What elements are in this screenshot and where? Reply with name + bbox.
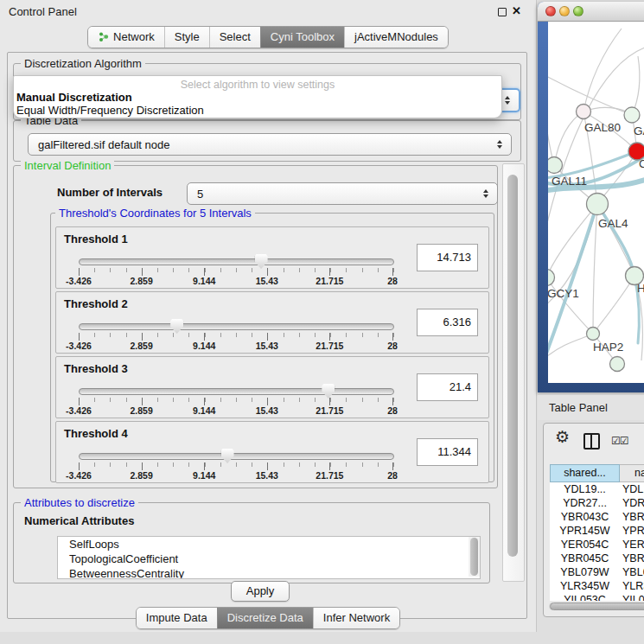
network-node[interactable] (587, 328, 600, 341)
node-label: GAL4 (598, 217, 628, 230)
gear-icon[interactable]: ⚙ (555, 429, 570, 445)
network-node[interactable] (577, 105, 591, 119)
attributes-list-scrollbar[interactable] (469, 537, 480, 577)
tick-label: 2.859 (130, 276, 152, 286)
slider-thumb[interactable] (221, 449, 234, 463)
table-row[interactable]: YDL19...YDL1 (550, 482, 644, 496)
table-row[interactable]: YBR043CYBR0 (550, 510, 644, 524)
zoom-traffic-light[interactable] (573, 6, 583, 16)
num-intervals-label: Number of Intervals (57, 186, 163, 199)
threshold-value[interactable]: 14.713 (417, 244, 478, 271)
network-node[interactable] (548, 157, 563, 174)
network-canvas[interactable]: GAL80 GA C GAL11 GAL4 GCY1 H HAP2 (548, 22, 644, 383)
table-data-group: Table Data galFiltered.sif default node (13, 120, 521, 162)
content-scrollbar-thumb[interactable] (507, 175, 518, 557)
tick-label: -3.426 (66, 405, 92, 416)
stepper-icon (500, 96, 519, 105)
slider-track[interactable] (79, 323, 394, 330)
content-scrollbar[interactable] (502, 163, 525, 582)
table-row[interactable]: YPR145WYPR1 (550, 524, 644, 538)
tab-network[interactable]: Network (88, 27, 164, 48)
threshold-value[interactable]: 6.316 (417, 309, 478, 336)
threshold-label: Threshold 1 (64, 233, 128, 245)
slider-track[interactable] (79, 453, 394, 460)
slider-major-ticks (79, 333, 394, 341)
tab-cyni-toolbox[interactable]: Cyni Toolbox (260, 27, 344, 48)
slider-major-ticks (79, 268, 394, 276)
tab-style[interactable]: Style (164, 27, 209, 48)
attribute-item[interactable]: SelfLoops (58, 537, 480, 552)
tick-label: 21.715 (316, 276, 343, 286)
network-node[interactable] (587, 194, 609, 215)
tab-impute-data[interactable]: Impute Data (137, 608, 217, 628)
node-label: HAP2 (593, 341, 623, 354)
attribute-item[interactable]: BetweennessCentrality (58, 566, 480, 579)
table-row[interactable]: YIL053CYIL0 (550, 593, 644, 601)
tab-select[interactable]: Select (209, 27, 260, 48)
attribute-item[interactable]: TopologicalCoefficient (58, 552, 480, 566)
network-view-window: GAL80 GA C GAL11 GAL4 GCY1 H HAP2 (538, 2, 644, 392)
minimize-traffic-light[interactable] (559, 6, 570, 16)
slider-track[interactable] (79, 388, 394, 395)
slider-thumb[interactable] (255, 254, 268, 269)
stepper-icon (492, 140, 511, 149)
slider-track[interactable] (79, 258, 394, 265)
dropdown-item-manual[interactable]: Manual Discretization (16, 91, 132, 104)
split-columns-icon[interactable] (583, 433, 600, 450)
attributes-group: Attributes to discretize Numerical Attri… (13, 502, 490, 583)
slider-thumb[interactable] (322, 384, 335, 399)
tick-label: 15.43 (256, 341, 278, 351)
interval-group-title: Interval Definition (21, 159, 114, 172)
network-node[interactable] (624, 107, 640, 123)
table-horizontal-scrollbar[interactable] (549, 603, 644, 610)
apply-button[interactable]: Apply (231, 581, 290, 602)
tab-infer-network[interactable]: Infer Network (313, 608, 399, 628)
threshold-slider[interactable]: -3.4262.8599.14415.4321.71528 (79, 383, 394, 416)
threshold-value[interactable]: 11.344 (417, 438, 478, 466)
table-panel-header: Table Panel (538, 394, 644, 420)
threshold-value[interactable]: 21.4 (417, 373, 478, 401)
table-data-value: galFiltered.sif default node (29, 138, 492, 151)
network-window-titlebar[interactable] (538, 2, 644, 22)
tick-label: 21.715 (316, 341, 343, 351)
tab-jactivemnodules[interactable]: jActiveMNodules (344, 27, 448, 48)
node-label: GCY1 (548, 287, 579, 300)
table-row[interactable]: YER054CYER0 (550, 538, 644, 552)
close-traffic-light[interactable] (545, 6, 556, 16)
threshold-panel: Threshold 4 -3.4262.8599.14415.4321.7152… (55, 421, 489, 483)
tab-discretize-data[interactable]: Discretize Data (217, 608, 313, 628)
column-header-shared-name[interactable]: shared... (550, 464, 620, 482)
tick-label: 9.144 (193, 341, 215, 351)
num-intervals-combo[interactable]: 5 (187, 182, 498, 205)
close-icon[interactable]: ✕ (512, 4, 521, 17)
table-data-combo[interactable]: galFiltered.sif default node (28, 133, 512, 156)
dropdown-item-equal-width[interactable]: Equal Width/Frequency Discretization (16, 104, 204, 117)
table-row[interactable]: YLR345WYLR3 (550, 579, 644, 593)
tick-label: -3.426 (66, 276, 92, 286)
slider-thumb[interactable] (170, 319, 183, 334)
table-row[interactable]: YDR27...YDR2 (550, 496, 644, 510)
network-node[interactable] (548, 270, 555, 286)
tick-labels: -3.4262.8599.14415.4321.71528 (79, 405, 392, 416)
attributes-list[interactable]: SelfLoopsTopologicalCoefficientBetweenne… (57, 536, 481, 579)
threshold-slider[interactable]: -3.4262.8599.14415.4321.71528 (79, 448, 394, 481)
threshold-label: Threshold 4 (64, 427, 128, 440)
threshold-panel: Threshold 2 -3.4262.8599.14415.4321.7152… (55, 291, 489, 354)
cyni-content-panel: Discretization Algorithm Select algorith… (7, 52, 527, 619)
tick-label: -3.426 (66, 341, 92, 351)
tick-labels: -3.4262.8599.14415.4321.71528 (79, 470, 392, 481)
threshold-slider[interactable]: -3.4262.8599.14415.4321.71528 (79, 253, 394, 286)
select-columns-icon[interactable]: ☑☑ (611, 435, 628, 447)
tick-label: 15.43 (256, 405, 278, 416)
table-hscroll-thumb[interactable] (550, 603, 644, 610)
threshold-panel: Threshold 3 -3.4262.8599.14415.4321.7152… (55, 356, 489, 418)
table-row[interactable]: YBL079WYBL0 (550, 565, 644, 579)
network-node[interactable] (610, 357, 625, 372)
tick-label: 9.144 (193, 470, 215, 481)
threshold-slider[interactable]: -3.4262.8599.14415.4321.71528 (79, 318, 394, 351)
column-header-name[interactable]: na (620, 464, 644, 482)
table-row[interactable]: YBR045CYBR0 (550, 552, 644, 565)
float-icon[interactable] (498, 8, 507, 16)
control-panel-titlebar[interactable]: Control Panel ✕ (0, 0, 536, 22)
gene-table-body: YDL19...YDL1YDR27...YDR2YBR043CYBR0YPR14… (550, 482, 644, 601)
